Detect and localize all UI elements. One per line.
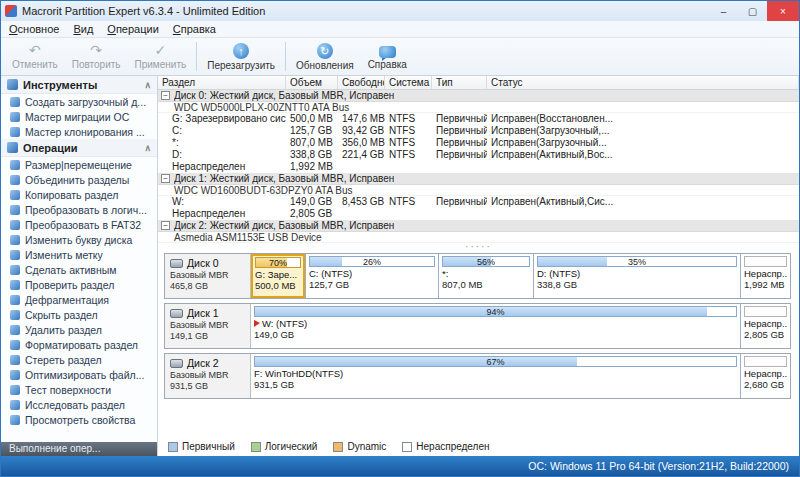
sidebar-item-hide[interactable]: Скрыть раздел [1, 307, 157, 322]
unallocated-swatch [402, 442, 412, 452]
disk-info[interactable]: Диск 1 Базовый MBR 149,1 GB [165, 304, 251, 348]
minimize-button[interactable]: – [709, 1, 738, 21]
disk-info[interactable]: Диск 0 Базовый MBR 465,8 GB [165, 254, 251, 298]
sidebar-item-optimize[interactable]: Оптимизировать файл... [1, 367, 157, 382]
sidebar-item-set-active[interactable]: Сделать активным [1, 262, 157, 277]
disk-group-header[interactable]: − Диск 0: Жесткий диск, Базовый MBR, Исп… [158, 90, 799, 102]
free-cell: 356,0 MB [338, 137, 385, 149]
sidebar-item-format[interactable]: Форматировать раздел [1, 337, 157, 352]
chevron-up-icon[interactable]: ∧ [144, 80, 151, 90]
window-title: Macrorit Partition Expert v6.3.4 - Unlim… [22, 5, 265, 17]
legend-dynamic: Dynamic [333, 441, 386, 452]
type-cell: Первичный [432, 113, 487, 125]
app-icon [5, 5, 17, 17]
sidebar-item-properties[interactable]: Просмотреть свойства [1, 412, 157, 427]
partition-block-f[interactable]: 67% F: WinToHDD(NTFS) 931,5 GB [251, 354, 740, 398]
undo-button[interactable]: ↶ Отменить [5, 38, 65, 75]
disk-size: 465,8 GB [170, 281, 246, 292]
help-button[interactable]: Справка [361, 38, 414, 75]
sidebar-item-surface-test[interactable]: Тест поверхности [1, 382, 157, 397]
partition-block-g[interactable]: 70% G: Заре... 500,0 MB [251, 254, 305, 298]
collapse-icon[interactable]: − [161, 91, 170, 100]
unallocated-block[interactable]: Нераспр... 1,992 MB [740, 254, 790, 298]
sidebar-item-copy[interactable]: Копировать раздел [1, 187, 157, 202]
collapse-icon[interactable]: − [161, 174, 170, 183]
table-row[interactable]: G: Зарезервировано систе... 500,0 MB 147… [158, 113, 799, 125]
sidebar-item-label: Скрыть раздел [25, 309, 98, 321]
menu-view[interactable]: Вид [73, 23, 93, 35]
sidebar-item-check[interactable]: Проверить раздел [1, 277, 157, 292]
reload-icon: ↑ [233, 43, 249, 59]
disk-info[interactable]: Диск 2 Базовый MBR 931,5 GB [165, 354, 251, 398]
column-header-status[interactable]: Статус [487, 76, 799, 89]
legend-label: Первичный [182, 441, 235, 452]
sidebar-item-os-migration[interactable]: Мастер миграции ОС [1, 109, 157, 124]
menu-help[interactable]: Справка [173, 23, 216, 35]
label-icon [10, 250, 20, 260]
sidebar-item-defrag[interactable]: Дефрагментация [1, 292, 157, 307]
column-header-free[interactable]: Свободно [338, 76, 385, 89]
partition-block-c[interactable]: 26% C: (NTFS) 125,7 GB [305, 254, 438, 298]
partition-label: C: (NTFS) [309, 268, 352, 279]
sidebar-item-delete[interactable]: Удалить раздел [1, 322, 157, 337]
sidebar-item-change-label[interactable]: Изменить метку [1, 247, 157, 262]
sidebar-item-explore[interactable]: Исследовать раздел [1, 397, 157, 412]
unallocated-block[interactable]: Нераспр... 2,805 GB [740, 304, 790, 348]
collapse-icon[interactable]: − [161, 221, 170, 230]
disk-header-text: Диск 0: Жесткий диск, Базовый MBR, Испра… [174, 90, 394, 101]
device-row[interactable]: WDC WD1600BUDT-63DPZY0 ATA Bus [158, 185, 799, 196]
disk-group-header[interactable]: − Диск 2: Жесткий диск, Базовый MBR, Исп… [158, 220, 799, 232]
redo-icon: ↷ [90, 43, 102, 58]
sidebar-section-tools[interactable]: Инструменты ∧ [1, 76, 157, 94]
menu-main[interactable]: Основное [9, 23, 59, 35]
sidebar-section-operations[interactable]: Операции ∧ [1, 139, 157, 157]
apply-button[interactable]: ✓ Применить [128, 38, 194, 75]
column-header-type[interactable]: Тип [432, 76, 487, 89]
menu-operations[interactable]: Операции [107, 23, 158, 35]
table-row[interactable]: C: 125,7 GB 93,42 GB NTFS Первичный Испр… [158, 125, 799, 137]
section-title: Операции [23, 142, 77, 154]
column-header-partition[interactable]: Раздел [158, 76, 286, 89]
unallocated-block[interactable]: Нераспр... 2,680 GB [740, 354, 790, 398]
sidebar-item-clone-wizard[interactable]: Мастер клонирования ... [1, 124, 157, 139]
convert-icon [10, 205, 20, 215]
format-icon [10, 340, 20, 350]
disk-panel-1: Диск 1 Базовый MBR 149,1 GB 94% W: (NTFS… [164, 303, 791, 349]
table-row[interactable]: *: 807,0 MB 356,0 MB NTFS Первичный Испр… [158, 137, 799, 149]
sidebar-item-create-bootable[interactable]: Создать загрузочный д... [1, 94, 157, 109]
table-row[interactable]: Нераспределен 2,805 GB [158, 208, 799, 220]
device-row[interactable]: WDC WD5000LPLX-00ZNTT0 ATA Bus [158, 102, 799, 113]
toolbar: ↶ Отменить ↷ Повторить ✓ Применить ↑ Пер… [1, 38, 799, 76]
partition-strip: 67% F: WinToHDD(NTFS) 931,5 GB Нераспр..… [251, 354, 790, 398]
apply-label: Применить [135, 59, 187, 70]
column-header-volume[interactable]: Объем [286, 76, 338, 89]
sidebar-item-wipe[interactable]: Стереть раздел [1, 352, 157, 367]
table-row[interactable]: Нераспределен 1,992 MB [158, 161, 799, 173]
partition-block-w[interactable]: 94% W: (NTFS) 149,0 GB [251, 304, 740, 348]
table-row[interactable]: D: 338,8 GB 221,4 GB NTFS Первичный Испр… [158, 149, 799, 161]
disk-group-header[interactable]: − Диск 1: Жесткий диск, Базовый MBR, Исп… [158, 173, 799, 185]
sidebar-item-convert-fat32[interactable]: Преобразовать в FAT32 [1, 217, 157, 232]
sidebar-item-change-letter[interactable]: Изменить букву диска [1, 232, 157, 247]
sidebar-section-pending-operations[interactable]: Выполнение опер... [1, 442, 157, 456]
sidebar-item-convert-logical[interactable]: Преобразовать в логич... [1, 202, 157, 217]
partition-block-star[interactable]: 56% *: 807,0 MB [438, 254, 533, 298]
splitter-handle[interactable] [158, 243, 799, 251]
partition-block-d[interactable]: 35% D: (NTFS) 338,8 GB [533, 254, 740, 298]
partition-label: *: [442, 268, 448, 279]
sidebar: Инструменты ∧ Создать загрузочный д... М… [1, 76, 158, 456]
maximize-button[interactable]: ▢ [738, 1, 767, 21]
chevron-up-icon[interactable]: ∧ [144, 143, 151, 153]
partition-size: 1,992 MB [744, 279, 787, 290]
sidebar-item-merge[interactable]: Объединить разделы [1, 172, 157, 187]
close-icon: × [780, 6, 786, 17]
table-row[interactable]: W: 149,0 GB 8,453 GB NTFS Первичный Испр… [158, 196, 799, 208]
status-cell: Исправен(Восстановлен... [487, 113, 799, 125]
partition-label: Нераспр... [744, 368, 787, 379]
sidebar-item-resize-move[interactable]: Размер|перемещение [1, 157, 157, 172]
updates-button[interactable]: ↻ Обновления [289, 38, 361, 75]
close-button[interactable]: × [767, 1, 799, 21]
reload-button[interactable]: ↑ Перезагрузить [200, 38, 282, 75]
redo-button[interactable]: ↷ Повторить [65, 38, 128, 75]
column-header-filesystem[interactable]: Система [385, 76, 432, 89]
